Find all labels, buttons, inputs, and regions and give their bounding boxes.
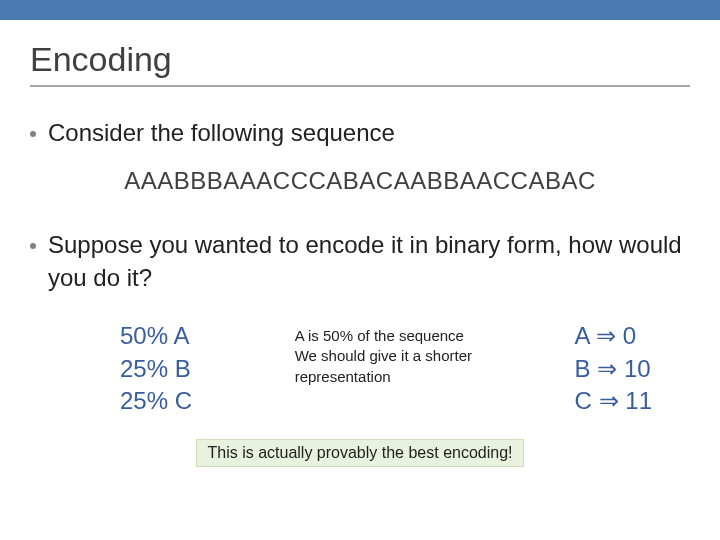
code-b-sym: B bbox=[575, 355, 591, 382]
code-b-val: 10 bbox=[624, 355, 651, 382]
arrow-icon: ⇒ bbox=[599, 387, 619, 414]
code-c-val: 11 bbox=[625, 387, 652, 414]
slide: Encoding Consider the following sequence… bbox=[0, 0, 720, 540]
code-b: B ⇒ 10 bbox=[575, 353, 652, 385]
note-l3: representation bbox=[295, 367, 472, 387]
arrow-icon: ⇒ bbox=[596, 322, 616, 349]
explanation-note: A is 50% of the sequence We should give … bbox=[295, 326, 472, 387]
freq-c: 25% C bbox=[120, 385, 192, 417]
frequency-list: 50% A 25% B 25% C bbox=[120, 320, 192, 417]
code-c-sym: C bbox=[575, 387, 592, 414]
bullet-1-text: Consider the following sequence bbox=[48, 117, 395, 149]
arrow-icon: ⇒ bbox=[597, 355, 617, 382]
bullet-dot-icon bbox=[30, 243, 36, 249]
bullet-2: Suppose you wanted to encode it in binar… bbox=[30, 229, 690, 294]
code-mapping: A ⇒ 0 B ⇒ 10 C ⇒ 11 bbox=[575, 320, 652, 417]
code-a-val: 0 bbox=[623, 322, 636, 349]
bullet-dot-icon bbox=[30, 131, 36, 137]
title-rule bbox=[30, 85, 690, 87]
slide-content: Encoding Consider the following sequence… bbox=[0, 20, 720, 467]
bullet-1: Consider the following sequence bbox=[30, 117, 690, 149]
freq-a: 50% A bbox=[120, 320, 192, 352]
note-l2: We should give it a shorter bbox=[295, 346, 472, 366]
header-bar bbox=[0, 0, 720, 20]
best-encoding-callout: This is actually provably the best encod… bbox=[196, 439, 523, 467]
note-l1: A is 50% of the sequence bbox=[295, 326, 472, 346]
freq-b: 25% B bbox=[120, 353, 192, 385]
slide-title: Encoding bbox=[30, 40, 690, 79]
code-a-sym: A bbox=[575, 322, 590, 349]
code-c: C ⇒ 11 bbox=[575, 385, 652, 417]
sequence-text: AAABBBAAACCCABACAABBAACCABAC bbox=[30, 167, 690, 195]
code-a: A ⇒ 0 bbox=[575, 320, 652, 352]
columns: 50% A 25% B 25% C A is 50% of the sequen… bbox=[120, 320, 680, 417]
bullet-2-text: Suppose you wanted to encode it in binar… bbox=[48, 229, 690, 294]
